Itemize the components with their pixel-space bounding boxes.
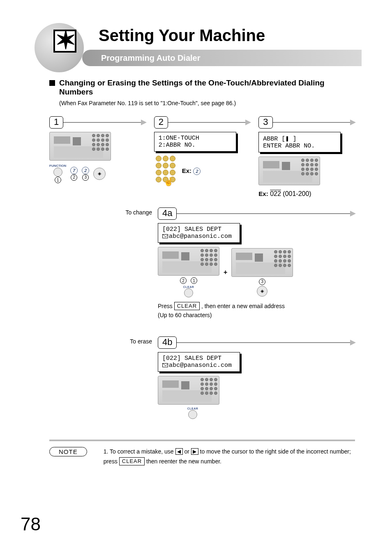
lcd-display: [022] SALES DEPT abc@panasonic.com xyxy=(158,223,240,243)
lcd-display: [022] SALES DEPT abc@panasonic.com xyxy=(158,352,240,372)
note-label: NOTE xyxy=(49,447,87,456)
clear-label: CLEAR xyxy=(183,286,194,288)
step-4b-side-label: To erase xyxy=(130,338,152,345)
page-header: ✶ Setting Your Machine Programming Auto … xyxy=(0,0,392,66)
page-number: 78 xyxy=(21,514,41,534)
lcd-line-2: abc@panasonic.com xyxy=(162,362,232,369)
note-text: 1. To correct a mistake, use ◀ or ▶ to m… xyxy=(104,447,355,467)
function-label: FUNCTION xyxy=(49,164,66,168)
fax-panel-illustration xyxy=(231,248,293,277)
nav-wheel-icon: ◈ xyxy=(257,286,267,297)
lcd-line-2: ENTER ABBR NO. xyxy=(263,143,315,150)
sequence-1: 1 xyxy=(191,277,197,284)
step-4a: To change 4a [022] SALES DEPT abc@panaso… xyxy=(49,207,355,320)
clear-label: CLEAR xyxy=(187,407,198,410)
mail-icon xyxy=(162,234,168,238)
step-2: 2 1:ONE-TOUCH 2:ABBR NO. ☝ Ex: 2 xyxy=(154,116,251,198)
example-value: 2 xyxy=(193,168,201,175)
lcd-line-1: 1:ONE-TOUCH xyxy=(159,135,199,142)
flow-arrow-icon xyxy=(167,122,250,123)
section-subnote: (When Fax Parameter No. 119 is set to "1… xyxy=(59,100,355,106)
step-3: 3 ABBR [❚ ] ENTER ABBR NO. Ex: 022 (001-… xyxy=(258,116,355,198)
example-label: Ex: xyxy=(258,190,268,197)
keypad-7-button[interactable]: 7 xyxy=(70,167,78,174)
lcd-display: 1:ONE-TOUCH 2:ABBR NO. xyxy=(154,132,236,152)
example-label: Ex: xyxy=(182,167,191,174)
mail-icon xyxy=(162,363,168,367)
step-number: 4a xyxy=(158,207,177,220)
clear-key: CLEAR xyxy=(119,457,145,465)
note-divider xyxy=(49,440,355,441)
page-subtitle-bar: Programming Auto Dialer xyxy=(82,50,362,66)
sequence-3: 3 xyxy=(82,174,89,181)
left-arrow-key-icon: ◀ xyxy=(175,448,183,455)
step-number: 4b xyxy=(158,336,177,349)
flow-arrow-icon xyxy=(176,213,355,214)
function-button[interactable] xyxy=(53,168,62,177)
section-heading: Changing or Erasing the Settings of the … xyxy=(59,78,355,97)
keypad-illustration: ☝ xyxy=(154,156,177,187)
plus-icon: + xyxy=(224,269,227,276)
note-row: NOTE 1. To correct a mistake, use ◀ or ▶… xyxy=(49,447,355,467)
keypad-2-button[interactable]: 2 xyxy=(82,167,89,174)
sequence-3: 3 xyxy=(259,279,265,285)
clear-key: CLEAR xyxy=(174,302,200,310)
square-bullet-icon xyxy=(49,80,55,86)
steps-1-2-3-row: 1 FUNCTION 1 7 2 2 3 xyxy=(49,116,355,198)
lcd-display: ABBR [❚ ] ENTER ABBR NO. xyxy=(258,132,341,152)
fax-panel-illustration xyxy=(158,247,219,276)
clear-button[interactable] xyxy=(188,410,197,419)
page-subtitle: Programming Auto Dialer xyxy=(101,53,201,63)
step-4a-instruction: Press CLEAR , then enter a new email add… xyxy=(158,302,355,320)
nav-wheel-icon: ◈ xyxy=(93,168,106,180)
sequence-2: 2 xyxy=(71,174,77,181)
clear-button[interactable] xyxy=(184,288,193,297)
page-title: Setting Your Machine xyxy=(99,26,392,45)
lcd-line-1: [022] SALES DEPT xyxy=(162,226,221,233)
fax-panel-illustration xyxy=(49,132,111,161)
flow-arrow-icon xyxy=(272,122,355,123)
lcd-line-2: 2:ABBR NO. xyxy=(159,142,196,149)
example-value: 022 xyxy=(270,190,281,197)
flow-arrow-icon xyxy=(176,342,355,343)
sequence-2: 2 xyxy=(180,277,187,284)
step-number: 1 xyxy=(49,116,63,129)
step-4b: To erase 4b [022] SALES DEPT abc@panason… xyxy=(49,336,355,419)
example-range: (001-200) xyxy=(283,190,311,197)
fax-panel-illustration xyxy=(158,376,219,405)
lcd-line-2: abc@panasonic.com xyxy=(162,233,232,240)
step-number: 2 xyxy=(154,116,168,129)
lcd-line-1: [022] SALES DEPT xyxy=(162,355,221,362)
lcd-line-1: ABBR [❚ ] xyxy=(263,136,296,143)
step-4a-side-label: To change xyxy=(125,209,152,216)
content-area: Changing or Erasing the Settings of the … xyxy=(0,66,392,466)
right-arrow-key-icon: ▶ xyxy=(191,448,198,455)
bookmark-icon: ✶ xyxy=(30,17,91,71)
sequence-1: 1 xyxy=(55,177,61,183)
fax-panel-illustration xyxy=(258,157,320,185)
devices-row: 2 1 CLEAR + 3 xyxy=(158,247,355,297)
step-number: 3 xyxy=(258,116,272,129)
section-heading-row: Changing or Erasing the Settings of the … xyxy=(49,78,355,97)
flow-arrow-icon xyxy=(62,122,145,123)
function-buttons: FUNCTION 1 7 2 2 3 ◈ xyxy=(49,164,146,183)
step-1: 1 FUNCTION 1 7 2 2 3 xyxy=(49,116,146,198)
pointing-hand-icon: ☝ xyxy=(164,177,174,187)
